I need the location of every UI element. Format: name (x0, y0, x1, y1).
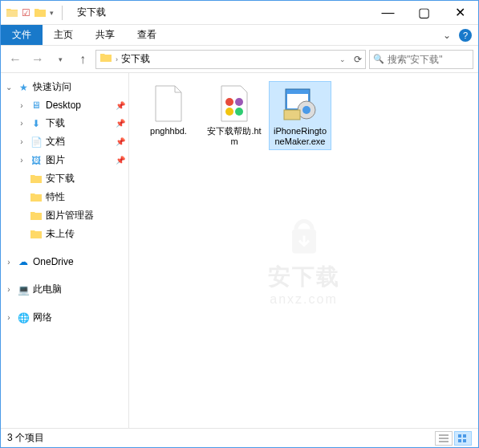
folder-icon (6, 6, 18, 19)
sidebar-item-label: 文档 (46, 135, 65, 149)
svg-point-1 (225, 98, 233, 106)
expand-icon[interactable]: › (4, 285, 14, 294)
star-icon: ★ (17, 81, 30, 94)
qat-checkbox-icon[interactable]: ☑ (22, 7, 30, 18)
collapse-icon[interactable]: ⌄ (4, 83, 14, 92)
address-bar[interactable]: › 安下载 ⌄ ⟳ (95, 50, 366, 69)
search-icon: 🔍 (373, 54, 384, 64)
minimize-button[interactable]: — (370, 1, 406, 25)
computer-icon: 💻 (17, 283, 30, 296)
svg-rect-13 (463, 439, 466, 442)
tab-share[interactable]: 共享 (84, 25, 126, 45)
help-icon[interactable]: ? (459, 29, 472, 42)
download-icon: ⬇ (30, 117, 43, 130)
sidebar: ⌄ ★ 快速访问 › 🖥 Desktop 📌 › ⬇ 下载 📌 › 📄 文档 📌 (1, 73, 129, 428)
pin-icon: 📌 (116, 101, 125, 110)
sidebar-item-folder[interactable]: 特性 (1, 188, 128, 206)
desktop-icon: 🖥 (30, 99, 43, 112)
expand-icon[interactable]: › (4, 313, 14, 322)
sidebar-item-downloads[interactable]: › ⬇ 下载 📌 (1, 114, 128, 132)
folder-icon (30, 210, 43, 222)
search-box[interactable]: 🔍 (369, 50, 473, 69)
svg-rect-10 (458, 434, 461, 438)
folder-icon (30, 173, 43, 185)
blank-file-icon (149, 84, 188, 123)
document-icon: 📄 (30, 136, 43, 149)
folder-icon (30, 228, 43, 241)
sidebar-item-folder[interactable]: 未上传 (1, 225, 128, 243)
sidebar-item-label: 安下载 (46, 172, 75, 185)
sidebar-item-label: 图片管理器 (46, 209, 94, 222)
expand-icon[interactable]: › (4, 258, 14, 267)
svg-rect-9 (284, 110, 300, 120)
breadcrumb-item[interactable]: 安下载 (121, 52, 150, 66)
pin-icon: 📌 (116, 137, 125, 146)
ribbon: 文件 主页 共享 查看 ⌄ ? (1, 25, 478, 46)
file-label: pnghhbd. (150, 126, 187, 136)
sidebar-item-desktop[interactable]: › 🖥 Desktop 📌 (1, 96, 128, 114)
expand-icon[interactable]: › (17, 156, 26, 165)
watermark: 安下载 anxz.com (268, 214, 340, 307)
svg-point-8 (302, 106, 311, 114)
pin-icon: 📌 (116, 156, 125, 165)
sidebar-item-pictures[interactable]: › 🖼 图片 📌 (1, 151, 128, 169)
up-button[interactable]: ↑ (73, 50, 92, 69)
svg-rect-11 (463, 434, 466, 438)
sidebar-item-label: 快速访问 (33, 80, 71, 94)
view-icons-button[interactable] (454, 431, 472, 446)
status-count: 3 个项目 (7, 431, 44, 445)
sidebar-item-folder[interactable]: 安下载 (1, 169, 128, 188)
expand-icon[interactable]: › (17, 137, 26, 146)
qat-dropdown-icon[interactable]: ▾ (50, 9, 54, 17)
tab-view[interactable]: 查看 (126, 25, 168, 45)
window-title: 安下载 (77, 6, 106, 19)
picture-icon: 🖼 (30, 154, 43, 167)
sidebar-item-label: 网络 (33, 311, 52, 324)
exe-file-icon (281, 84, 319, 123)
sidebar-item-label: 下载 (46, 116, 65, 130)
folder-icon (30, 191, 43, 204)
expand-icon[interactable]: › (17, 101, 26, 110)
qat-folder-icon[interactable] (34, 6, 47, 19)
file-item[interactable]: pnghhbd. (137, 81, 200, 150)
svg-point-4 (235, 108, 243, 116)
forward-button[interactable]: → (28, 50, 47, 69)
navbar: ← → ▾ ↑ › 安下载 ⌄ ⟳ 🔍 (1, 46, 478, 73)
maximize-button[interactable]: ▢ (406, 1, 442, 25)
sidebar-item-folder[interactable]: 图片管理器 (1, 206, 128, 225)
file-label: 安下载帮助.htm (206, 126, 262, 147)
sidebar-item-documents[interactable]: › 📄 文档 📌 (1, 132, 128, 151)
address-folder-icon (99, 51, 112, 67)
sidebar-item-label: OneDrive (33, 256, 74, 267)
tab-home[interactable]: 主页 (43, 25, 84, 45)
titlebar: ☑ ▾ 安下载 — ▢ ✕ (1, 1, 478, 25)
pin-icon: 📌 (116, 119, 125, 128)
close-button[interactable]: ✕ (442, 1, 478, 25)
statusbar: 3 个项目 (1, 428, 478, 447)
sidebar-thispc[interactable]: › 💻 此电脑 (1, 280, 128, 299)
sidebar-item-label: 未上传 (46, 227, 75, 241)
svg-point-3 (225, 108, 233, 116)
refresh-icon[interactable]: ⟳ (354, 54, 362, 65)
file-content-area[interactable]: 安下载 anxz.com pnghhbd. 安下载帮助.htm iPhone (129, 73, 478, 428)
address-dropdown-icon[interactable]: ⌄ (339, 55, 346, 63)
svg-rect-0 (292, 230, 316, 254)
view-details-button[interactable] (435, 431, 453, 446)
sidebar-onedrive[interactable]: › ☁ OneDrive (1, 253, 128, 271)
file-item[interactable]: 安下载帮助.htm (203, 81, 266, 150)
sidebar-item-label: 图片 (46, 153, 65, 167)
recent-dropdown[interactable]: ▾ (51, 50, 70, 69)
sidebar-network[interactable]: › 🌐 网络 (1, 308, 128, 327)
ribbon-expand-icon[interactable]: ⌄ (443, 30, 451, 41)
cloud-icon: ☁ (17, 255, 30, 268)
file-item[interactable]: iPhoneRingtoneMaker.exe (269, 81, 331, 150)
expand-icon[interactable]: › (17, 119, 26, 128)
back-button[interactable]: ← (6, 50, 25, 69)
tab-file[interactable]: 文件 (1, 25, 43, 45)
search-input[interactable] (388, 54, 469, 65)
chevron-right-icon[interactable]: › (116, 55, 118, 63)
sidebar-item-label: 此电脑 (33, 283, 62, 296)
sidebar-quick-access[interactable]: ⌄ ★ 快速访问 (1, 78, 128, 96)
sidebar-item-label: 特性 (46, 190, 65, 204)
svg-rect-12 (458, 439, 461, 442)
